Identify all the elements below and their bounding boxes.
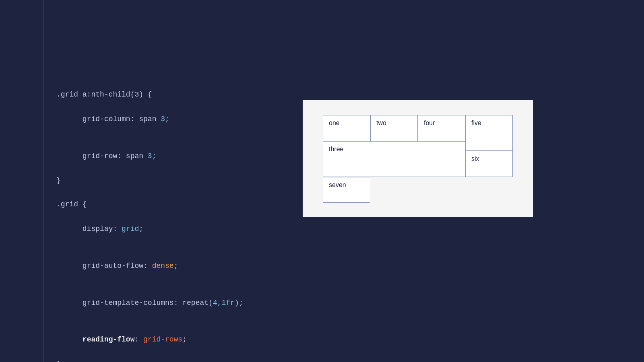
code-line-2: grid-column: span 3; xyxy=(56,101,290,138)
grid-item-six: six xyxy=(465,151,513,177)
code-line-10: } xyxy=(56,358,290,362)
code-line-8: grid-template-columns: repeat(4,1fr); xyxy=(56,284,290,321)
grid-item-two: two xyxy=(370,115,418,141)
code-line-9: reading-flow: grid-rows; xyxy=(56,321,290,358)
grid-item-four: four xyxy=(418,115,465,141)
code-line-1: .grid a:nth-child(3) { xyxy=(56,88,290,101)
code-line-6: display: grid; xyxy=(56,210,290,247)
vertical-divider xyxy=(43,0,44,362)
code-line-7: grid-auto-flow: dense; xyxy=(56,247,290,284)
grid-item-three: three xyxy=(323,141,465,177)
code-line-5: .grid { xyxy=(56,198,290,211)
grid-item-five: five xyxy=(465,115,513,151)
preview-panel: one two four five three six seven xyxy=(303,100,533,217)
code-line-3: grid-row: span 3; xyxy=(56,138,290,175)
grid-item-seven: seven xyxy=(323,177,370,203)
code-line-4: } xyxy=(56,175,290,187)
grid-item-one: one xyxy=(323,115,370,141)
code-panel: .grid a:nth-child(3) { grid-column: span… xyxy=(56,88,290,362)
grid-demo: one two four five three six seven xyxy=(323,115,513,203)
